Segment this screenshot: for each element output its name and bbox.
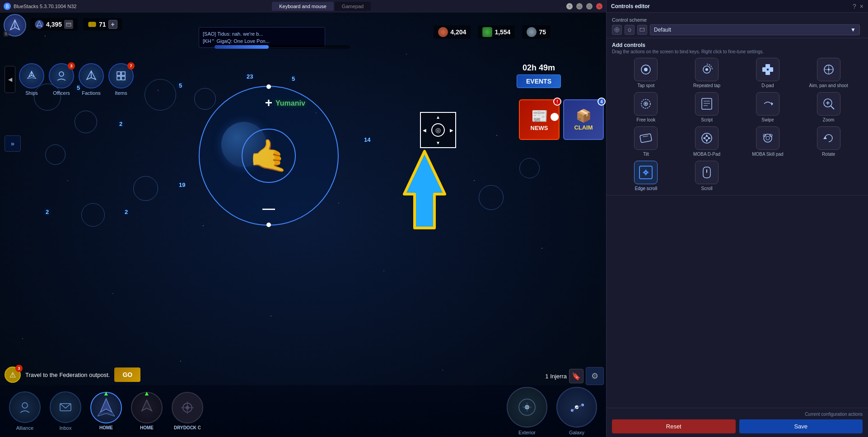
news-claim-panel: ! 📰 NEWS 4 📦 CLAIM xyxy=(519,99,604,140)
joystick-control[interactable]: + 🤙 — xyxy=(199,86,339,226)
repeated-tap-icon xyxy=(695,58,719,81)
map-number-5: 14 xyxy=(361,135,373,144)
ctrl-edge-scroll[interactable]: Edge scroll xyxy=(617,161,675,191)
ship-slot-home-1[interactable]: ▲ HOME xyxy=(90,392,122,431)
ctrl-tap-spot[interactable]: Tap spot xyxy=(617,58,675,88)
event-timer: 02h 49m xyxy=(517,63,561,73)
events-button[interactable]: EVENTS xyxy=(517,74,561,88)
compass-up-arrow: ▲ xyxy=(436,115,440,120)
rotate-label: Rotate xyxy=(822,152,835,157)
factions-label: Factions xyxy=(82,90,101,96)
resource2: 1,554 xyxy=(478,25,515,39)
controls-close-button[interactable]: × xyxy=(860,3,863,10)
scheme-action-icons xyxy=(612,25,647,35)
claim-button[interactable]: 4 📦 CLAIM xyxy=(563,99,604,140)
svg-marker-79 xyxy=(646,171,649,174)
svg-rect-14 xyxy=(117,76,121,80)
resource2-value: 1,554 xyxy=(495,28,510,36)
svg-point-50 xyxy=(828,69,830,70)
scheme-icon-2[interactable] xyxy=(625,25,635,35)
compass-left-arrow: ◀ xyxy=(423,128,426,133)
zoom-label: Zoom xyxy=(823,117,835,123)
ctrl-zoom[interactable]: Zoom xyxy=(800,92,857,123)
white-dot-indicator xyxy=(551,113,559,121)
close-button[interactable]: × xyxy=(596,3,602,9)
claim-badge: 4 xyxy=(597,98,606,106)
mission-text: Travel to the Federation outpost. xyxy=(25,372,110,378)
injerra-action-button[interactable]: ⚙ xyxy=(586,367,604,385)
svg-marker-66 xyxy=(705,134,708,137)
game-area: B BlueStacks 5.3.70.1004 N32 Keyboard an… xyxy=(0,0,606,437)
ctrl-scroll[interactable]: Scroll xyxy=(678,161,736,191)
svg-marker-78 xyxy=(643,171,645,174)
scheme-icon-1[interactable] xyxy=(612,25,622,35)
ctrl-moba-skill-pad[interactable]: MOBA Skill pad xyxy=(739,126,797,157)
injerra-text: 1 Injerra xyxy=(545,373,567,380)
ship-slot-home-2[interactable]: ▲ HOME xyxy=(131,392,163,431)
free-look-icon xyxy=(634,92,658,116)
maximize-button[interactable]: □ xyxy=(586,3,593,9)
nav-item-factions[interactable]: Factions xyxy=(79,63,104,96)
player-level: 5 xyxy=(4,31,9,37)
nav-galaxy[interactable]: Galaxy xyxy=(556,387,597,435)
gold-value: 71 xyxy=(99,21,106,28)
ctrl-aim-pan-shoot[interactable]: Aim, pan and shoot xyxy=(800,58,857,88)
ship-slot-drydock[interactable]: DRYDOCK C xyxy=(172,392,203,431)
mission-count: 3 xyxy=(15,365,23,372)
app-name-label: BlueStacks 5.3.70.1004 N32 xyxy=(14,4,76,9)
edge-scroll-label: Edge scroll xyxy=(635,186,657,191)
hand-inner-ring xyxy=(242,129,296,183)
scheme-select-box[interactable]: Default ▼ xyxy=(650,24,860,35)
svg-marker-16 xyxy=(404,151,445,228)
nav-exterior[interactable]: Exterior xyxy=(507,387,547,435)
nav-icons: Ships 3 Officers Factions 7 xyxy=(19,63,134,96)
ctrl-moba-d-pad[interactable]: MOBA D-Pad xyxy=(678,126,736,157)
ctrl-free-look[interactable]: Free look xyxy=(617,92,675,123)
expand-panel-button[interactable]: » xyxy=(5,135,21,152)
ctrl-d-pad[interactable]: D-pad xyxy=(739,58,797,88)
tab-bar: Keyboard and mouse Gamepad xyxy=(80,2,563,11)
tab-gamepad[interactable]: Gamepad xyxy=(335,2,371,11)
top-hud: 5 4,395 71 + [SAO] Tidus: nah. we're b xyxy=(0,13,606,35)
nav-inbox[interactable]: Inbox xyxy=(50,391,81,431)
controls-help-button[interactable]: ? xyxy=(853,3,856,10)
ships-label: Ships xyxy=(25,90,38,96)
progress-bar-fill xyxy=(215,45,269,49)
svg-line-60 xyxy=(831,106,834,109)
nav-collapse-arrow[interactable]: ◀ xyxy=(5,66,15,93)
help-button[interactable]: ? xyxy=(566,3,573,9)
svg-marker-58 xyxy=(771,102,773,106)
mission-icon: ⚠ 3 xyxy=(5,367,21,383)
rotate-icon xyxy=(817,126,840,150)
tilt-icon xyxy=(634,126,658,150)
nav-item-ships[interactable]: Ships xyxy=(19,63,44,96)
ctrl-rotate[interactable]: Rotate xyxy=(800,126,857,157)
svg-point-42 xyxy=(705,68,708,71)
d-pad-icon xyxy=(756,58,779,81)
controls-titlebar: Controls editor ? × xyxy=(607,0,868,13)
save-button[interactable]: Save xyxy=(739,419,863,433)
joystick-dot-top xyxy=(266,84,271,89)
scheme-icon-3[interactable] xyxy=(637,25,647,35)
alliance-icon xyxy=(9,391,41,423)
nav-item-items[interactable]: 7 Items xyxy=(108,63,134,96)
reset-button[interactable]: Reset xyxy=(612,419,736,433)
minimize-button[interactable]: — xyxy=(576,3,583,9)
go-button[interactable]: GO xyxy=(114,367,140,382)
nav-alliance[interactable]: Alliance xyxy=(9,391,41,431)
news-icon: 📰 xyxy=(531,108,548,124)
officers-label: Officers xyxy=(53,90,70,96)
alliance-nav-label: Alliance xyxy=(16,425,34,431)
nav-item-officers[interactable]: 3 Officers xyxy=(49,63,74,96)
compass-target[interactable]: ▲ ▼ ◀ ▶ ◎ xyxy=(420,112,456,148)
ships-icon xyxy=(19,63,44,88)
ctrl-repeated-tap[interactable]: Repeated tap xyxy=(678,58,736,88)
ctrl-script[interactable]: Script xyxy=(678,92,736,123)
tab-keyboard-mouse[interactable]: Keyboard and mouse xyxy=(272,2,334,11)
ctrl-tilt[interactable]: Tilt xyxy=(617,126,675,157)
ship-label-1: HOME xyxy=(98,425,115,431)
ctrl-swipe[interactable]: Swipe xyxy=(739,92,797,123)
free-look-label: Free look xyxy=(637,117,656,123)
compass-right-arrow: ▶ xyxy=(450,128,453,133)
bluestacks-logo-icon: B xyxy=(4,3,11,10)
